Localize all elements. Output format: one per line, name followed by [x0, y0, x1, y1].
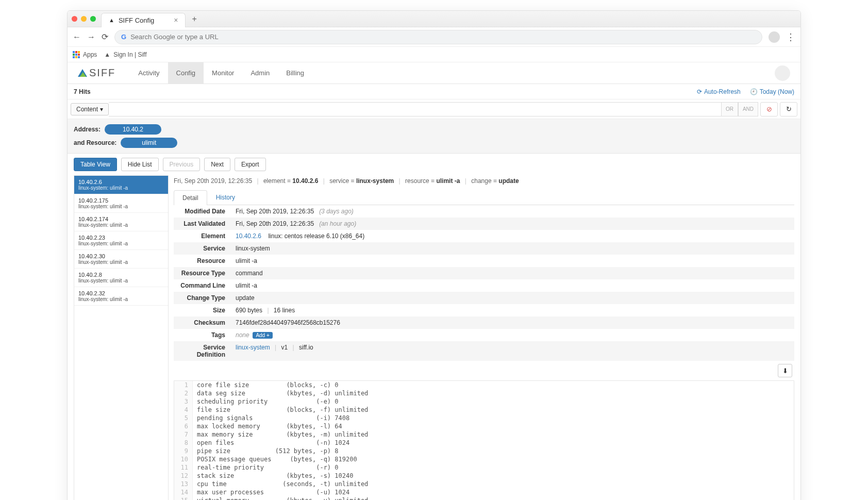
and-button[interactable]: AND: [738, 102, 758, 116]
code-line: 1core file size (blocks, -c) 0: [174, 381, 794, 389]
refresh-icon: ⟳: [697, 88, 702, 95]
sidebar-item[interactable]: 10.40.2.32linux-system: ulimit -a: [74, 287, 168, 306]
apps-shortcut[interactable]: Apps: [73, 51, 97, 58]
code-line: 12stack size (kbytes, -s) 10240: [174, 472, 794, 480]
window-controls: [72, 16, 96, 22]
detail-table: Modified DateFri, Sep 20th 2019, 12:26:3…: [174, 205, 794, 361]
bookmarks-bar: Apps ▲ Sign In | Siff: [68, 47, 800, 62]
user-avatar[interactable]: [775, 65, 790, 81]
reload-button[interactable]: ⟳: [102, 32, 108, 42]
clear-button[interactable]: ⊘: [760, 102, 778, 116]
browser-window: ▲ SIFF Config × + ← → ⟳ G Search Google …: [67, 10, 801, 500]
download-icon: ⬇: [782, 367, 788, 375]
google-g-icon: G: [121, 33, 126, 41]
app-navbar: SIFF ActivityConfigMonitorAdminBilling: [68, 62, 800, 84]
hit-count: 7 Hits: [74, 88, 91, 95]
bookmark-signin[interactable]: ▲ Sign In | Siff: [104, 51, 146, 58]
code-viewer: 1core file size (blocks, -c) 02data seg …: [174, 380, 794, 500]
resource-label: and Resource:: [74, 139, 116, 146]
forward-button[interactable]: →: [87, 32, 95, 42]
today-link[interactable]: 🕘 Today (Now): [750, 88, 794, 95]
code-line: 4file size (blocks, -f) unlimited: [174, 406, 794, 414]
brand[interactable]: SIFF: [78, 67, 115, 79]
filter-panel: Address: 10.40.2 and Resource: ulimit: [68, 119, 800, 154]
search-input[interactable]: [109, 102, 721, 116]
or-button[interactable]: OR: [721, 102, 738, 116]
code-line: 15virtual memory (kbytes, -v) unlimited: [174, 496, 794, 500]
result-sidebar: 10.40.2.6linux-system: ulimit -a10.40.2.…: [74, 175, 169, 500]
code-line: 6max locked memory (kbytes, -l) 64: [174, 422, 794, 430]
sidebar-item[interactable]: 10.40.2.8linux-system: ulimit -a: [74, 269, 168, 287]
browser-toolbar: ← → ⟳ G Search Google or type a URL ⋮: [68, 27, 800, 47]
omnibox-placeholder: Search Google or type a URL: [130, 33, 219, 41]
code-line: 14max user processes (-u) 1024: [174, 488, 794, 496]
detail-tabs: Detail History: [174, 190, 794, 205]
brand-logo-icon: [78, 69, 87, 77]
next-button[interactable]: Next: [204, 158, 230, 171]
titlebar: ▲ SIFF Config × +: [68, 11, 800, 27]
bookmark-favicon: ▲: [104, 51, 110, 58]
add-tag-button[interactable]: Add +: [253, 332, 272, 339]
nav-tab-activity[interactable]: Activity: [130, 62, 168, 84]
content-dropdown[interactable]: Content ▾: [71, 103, 109, 115]
code-line: 3scheduling priority (-e) 0: [174, 397, 794, 406]
resource-pill[interactable]: ulimit: [121, 138, 177, 148]
back-button[interactable]: ←: [73, 32, 81, 42]
minimize-window-icon[interactable]: [81, 16, 87, 22]
close-tab-icon[interactable]: ×: [174, 16, 178, 24]
caret-down-icon: ▾: [100, 106, 103, 113]
code-line: 8open files (-n) 1024: [174, 439, 794, 447]
address-pill[interactable]: 10.40.2: [105, 124, 161, 135]
code-line: 13cpu time (seconds, -t) unlimited: [174, 480, 794, 488]
download-row: ⬇: [174, 361, 794, 380]
sidebar-item[interactable]: 10.40.2.175linux-system: ulimit -a: [74, 194, 168, 213]
nav-tab-monitor[interactable]: Monitor: [204, 62, 242, 84]
hide-list-button[interactable]: Hide List: [121, 158, 159, 171]
action-bar: Table View Hide List Previous Next Expor…: [68, 154, 800, 175]
apps-grid-icon: [73, 51, 80, 58]
breadcrumb: Fri, Sep 20th 2019, 12:26:35 | element =…: [174, 175, 794, 190]
main-content: 10.40.2.6linux-system: ulimit -a10.40.2.…: [68, 175, 800, 500]
code-line: 9pipe size (512 bytes, -p) 8: [174, 447, 794, 455]
tab-detail[interactable]: Detail: [174, 190, 207, 205]
code-line: 10POSIX message queues (bytes, -q) 81920…: [174, 455, 794, 463]
previous-button[interactable]: Previous: [163, 158, 201, 171]
auto-refresh-link[interactable]: ⟳ Auto-Refresh: [697, 88, 741, 95]
close-window-icon[interactable]: [72, 16, 77, 22]
search-refresh-button[interactable]: ↻: [780, 102, 797, 116]
tab-title: SIFF Config: [119, 16, 154, 24]
table-view-button[interactable]: Table View: [74, 158, 117, 171]
prohibit-icon: ⊘: [766, 105, 772, 113]
brand-text: SIFF: [89, 67, 115, 79]
nav-tab-config[interactable]: Config: [168, 62, 204, 84]
kebab-menu-icon[interactable]: ⋮: [786, 31, 795, 43]
nav-tab-billing[interactable]: Billing: [278, 62, 312, 84]
code-line: 7max memory size (kbytes, -m) unlimited: [174, 430, 794, 439]
service-def-link[interactable]: linux-system: [236, 344, 270, 351]
nav-tab-admin[interactable]: Admin: [242, 62, 278, 84]
profile-avatar[interactable]: [769, 31, 780, 43]
address-bar[interactable]: G Search Google or type a URL: [114, 30, 762, 44]
search-bar: Content ▾ OR AND ⊘ ↻: [68, 99, 800, 119]
tab-history[interactable]: History: [207, 190, 244, 205]
download-button[interactable]: ⬇: [778, 364, 792, 377]
element-link[interactable]: 10.40.2.6: [236, 232, 261, 240]
tab-favicon: ▲: [109, 17, 114, 23]
code-line: 11real-time priority (-r) 0: [174, 463, 794, 472]
clock-icon: 🕘: [750, 88, 758, 95]
browser-tab[interactable]: ▲ SIFF Config ×: [101, 13, 186, 27]
sidebar-item[interactable]: 10.40.2.30linux-system: ulimit -a: [74, 250, 168, 269]
address-label: Address:: [74, 126, 101, 133]
code-line: 2data seg size (kbytes, -d) unlimited: [174, 389, 794, 397]
sidebar-item[interactable]: 10.40.2.23linux-system: ulimit -a: [74, 231, 168, 250]
refresh-icon: ↻: [786, 105, 792, 113]
sidebar-item[interactable]: 10.40.2.174linux-system: ulimit -a: [74, 213, 168, 231]
code-line: 5pending signals (-i) 7408: [174, 414, 794, 422]
sidebar-item[interactable]: 10.40.2.6linux-system: ulimit -a: [74, 176, 168, 194]
detail-pane: Fri, Sep 20th 2019, 12:26:35 | element =…: [174, 175, 794, 500]
maximize-window-icon[interactable]: [90, 16, 96, 22]
main-nav: ActivityConfigMonitorAdminBilling: [130, 62, 312, 84]
new-tab-button[interactable]: +: [192, 14, 196, 24]
export-button[interactable]: Export: [235, 158, 266, 171]
hits-bar: 7 Hits ⟳ Auto-Refresh 🕘 Today (Now): [68, 84, 800, 99]
